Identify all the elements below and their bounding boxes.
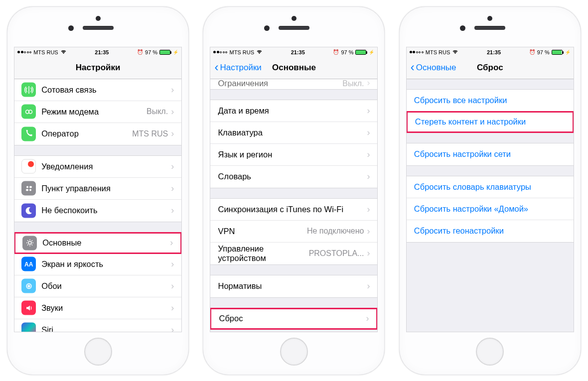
chevron-right-icon: › <box>367 79 370 88</box>
settings-content[interactable]: Сотовая связь › Режим модема Выкл. › Опе… <box>14 79 181 332</box>
screen-reset: MTS RUS 21:35 ⏰ 97 % ⚡ ‹ Основные Сброс <box>406 47 574 332</box>
cell-label: Словарь <box>218 172 367 181</box>
home-button[interactable] <box>280 338 308 366</box>
cell-vpn[interactable]: VPN Не подключено › <box>210 221 377 243</box>
carrier-label: MTS RUS <box>229 49 254 55</box>
nav-bar: Настройки <box>14 57 181 79</box>
chevron-right-icon: › <box>171 161 174 172</box>
cell-notifications[interactable]: Уведомления › <box>14 156 181 178</box>
alarm-icon: ⏰ <box>137 49 143 55</box>
control-center-icon <box>21 181 36 196</box>
chevron-right-icon: › <box>171 325 174 332</box>
back-label: Настройки <box>220 63 261 73</box>
cell-operator[interactable]: Оператор MTS RUS › <box>14 123 181 145</box>
chevron-right-icon: › <box>367 127 370 138</box>
svg-point-6 <box>28 242 31 245</box>
cell-hotspot[interactable]: Режим модема Выкл. › <box>14 101 181 123</box>
chevron-right-icon: › <box>366 313 369 324</box>
battery-icon <box>355 50 366 55</box>
proximity-sensor <box>292 16 296 21</box>
cell-wallpaper[interactable]: Обои › <box>14 275 181 297</box>
chevron-right-icon: › <box>367 171 370 182</box>
cell-device-management[interactable]: Управление устройством PROSTOPLA... › <box>210 243 377 264</box>
svg-point-2 <box>26 186 28 188</box>
wallpaper-icon <box>21 279 36 293</box>
cell-reset-location[interactable]: Сбросить геонастройки <box>407 220 574 242</box>
front-camera <box>460 25 465 31</box>
cell-label: Стереть контент и настройки <box>415 117 565 127</box>
clock: 21:35 <box>291 49 305 55</box>
cell-date-time[interactable]: Дата и время › <box>210 100 377 122</box>
cell-regulatory[interactable]: Нормативы › <box>210 275 377 297</box>
battery-pct: 97 % <box>341 49 353 55</box>
phone-icon <box>21 127 36 141</box>
svg-rect-4 <box>26 189 28 191</box>
battery-pct: 97 % <box>537 49 550 55</box>
cell-value: Не подключено <box>307 227 364 236</box>
cell-reset-all-settings[interactable]: Сбросить все настройки <box>407 90 574 112</box>
back-button[interactable]: ‹ Основные <box>411 57 456 79</box>
cell-label: Ограничения <box>218 79 342 88</box>
cell-general[interactable]: Основные › <box>14 232 181 254</box>
page-title: Основные <box>272 63 316 73</box>
earpiece-speaker <box>279 26 309 30</box>
chevron-right-icon: › <box>367 226 370 237</box>
cell-label: Обои <box>41 281 171 291</box>
reset-content[interactable]: Сбросить все настройки Стереть контент и… <box>407 79 574 332</box>
hotspot-icon <box>21 105 36 119</box>
cell-sounds[interactable]: Звуки › <box>14 297 181 319</box>
carrier-label: MTS RUS <box>33 49 58 55</box>
general-content[interactable]: Ограничения Выкл. › Дата и время › Клави… <box>210 79 377 332</box>
chevron-right-icon: › <box>171 281 174 291</box>
cell-label: VPN <box>218 227 306 236</box>
cell-cellular[interactable]: Сотовая связь › <box>14 79 181 101</box>
cell-dictionary[interactable]: Словарь › <box>210 166 377 188</box>
cell-value: PROSTOPLA... <box>309 249 364 258</box>
proximity-sensor <box>487 16 492 21</box>
chevron-right-icon: › <box>171 259 174 269</box>
cell-control-center[interactable]: Пункт управления › <box>14 178 181 200</box>
phone-mockup-3: MTS RUS 21:35 ⏰ 97 % ⚡ ‹ Основные Сброс <box>399 6 581 375</box>
notifications-icon <box>21 159 36 174</box>
status-bar: MTS RUS 21:35 ⏰ 97 % ⚡ <box>407 47 574 57</box>
charging-icon: ⚡ <box>369 50 374 55</box>
cell-restrictions[interactable]: Ограничения Выкл. › <box>210 79 377 89</box>
svg-point-5 <box>29 189 31 191</box>
cell-erase-all[interactable]: Стереть контент и настройки <box>407 111 574 133</box>
cell-reset-network[interactable]: Сбросить настройки сети <box>407 143 574 165</box>
cell-label: Язык и регион <box>218 150 367 159</box>
clock: 21:35 <box>487 49 501 55</box>
signal-dots-icon <box>213 51 227 53</box>
cell-label: Не беспокоить <box>41 206 171 215</box>
cell-reset[interactable]: Сброс › <box>210 308 377 330</box>
proximity-sensor <box>96 16 101 21</box>
clock: 21:35 <box>95 49 109 55</box>
home-button[interactable] <box>84 338 112 366</box>
signal-dots-icon <box>410 51 424 53</box>
home-button[interactable] <box>476 338 504 366</box>
cell-reset-home[interactable]: Сбросить настройки «Домой» <box>407 198 574 220</box>
cell-label: Сброс <box>219 314 366 323</box>
cell-reset-keyboard-dict[interactable]: Сбросить словарь клавиатуры <box>407 176 574 198</box>
cell-itunes-wifi-sync[interactable]: Синхронизация с iTunes по Wi-Fi › <box>210 199 377 221</box>
battery-icon <box>552 50 563 55</box>
chevron-right-icon: › <box>171 107 174 117</box>
earpiece-speaker <box>474 26 505 30</box>
carrier-label: MTS RUS <box>426 49 450 55</box>
back-button[interactable]: ‹ Настройки <box>214 57 261 79</box>
cell-label: Сбросить геонастройки <box>414 226 566 236</box>
cell-language-region[interactable]: Язык и регион › <box>210 144 377 166</box>
cell-label: Режим модема <box>41 107 147 117</box>
cell-siri[interactable]: Siri › <box>14 319 181 332</box>
screen-general: MTS RUS 21:35 ⏰ 97 % ⚡ ‹ Настройки Основ… <box>210 47 378 332</box>
screen-settings: MTS RUS 21:35 ⏰ 97 % ⚡ Настройки <box>14 47 182 332</box>
cell-label: Основные <box>42 238 170 248</box>
cell-label: Сбросить настройки сети <box>414 149 566 159</box>
page-title: Настройки <box>76 63 121 73</box>
cell-display[interactable]: AA Экран и яркость › <box>14 254 181 275</box>
cell-dnd[interactable]: Не беспокоить › <box>14 200 181 222</box>
wifi-icon <box>256 49 263 55</box>
cell-keyboard[interactable]: Клавиатура › <box>210 122 377 144</box>
display-icon: AA <box>21 257 36 271</box>
wifi-icon <box>60 49 67 55</box>
